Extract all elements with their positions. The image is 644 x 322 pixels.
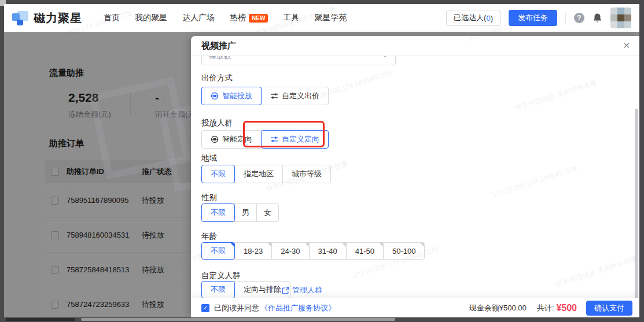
nav-item-academy[interactable]: 聚星学苑 bbox=[314, 13, 347, 23]
selected-talent-prefix: 已选达人( bbox=[454, 13, 486, 23]
option-label: 智能投放 bbox=[222, 91, 252, 101]
option-age-41-50[interactable]: 41-50 bbox=[346, 242, 384, 260]
selected-talent-suffix: ) bbox=[491, 14, 493, 23]
age-group: 不限 18-23 24-30 31-40 41-50 50-100 bbox=[201, 242, 425, 260]
main-nav: 首页 我的聚星 达人广场 热榜 NEW 工具 聚星学苑 bbox=[104, 4, 347, 32]
option-custom-targeting[interactable]: 自定义定向 bbox=[261, 130, 329, 149]
app-title: 磁力聚星 bbox=[34, 10, 82, 26]
logo-icon bbox=[12, 9, 29, 27]
option-region-specified[interactable]: 指定地区 bbox=[234, 165, 283, 183]
external-link-icon bbox=[282, 287, 289, 294]
confirm-pay-button[interactable]: 确认支付 bbox=[586, 301, 632, 316]
nav-divider bbox=[565, 13, 566, 23]
option-custom-bid[interactable]: 自定义出价 bbox=[261, 87, 329, 105]
modal-header: 视频推广 ✕ bbox=[191, 36, 639, 55]
custom-crowd-label: 自定义人群 bbox=[201, 271, 241, 281]
gender-group: 不限 男 女 bbox=[201, 203, 279, 222]
option-label: 31-40 bbox=[318, 247, 337, 256]
smart-icon bbox=[211, 135, 219, 143]
manage-crowd-link[interactable]: 管理人群 bbox=[282, 285, 322, 295]
option-gender-male[interactable]: 男 bbox=[234, 203, 257, 222]
smart-icon bbox=[211, 92, 219, 100]
avatar[interactable] bbox=[610, 8, 631, 28]
option-region-city-tier[interactable]: 城市等级 bbox=[282, 165, 331, 183]
option-gender-unlimited[interactable]: 不限 bbox=[201, 203, 235, 222]
region-label: 地域 bbox=[201, 153, 217, 164]
option-label: 41-50 bbox=[355, 247, 374, 256]
window-frame: 磁力聚星 首页 我的聚星 达人广场 热榜 NEW 工具 聚星学苑 已选达人(0)… bbox=[0, 0, 644, 322]
total-label: 共计: bbox=[537, 303, 554, 313]
balance-value: ¥500.00 bbox=[499, 304, 527, 312]
sliders-icon bbox=[270, 92, 278, 100]
publish-task-button[interactable]: 发布任务 bbox=[509, 10, 557, 26]
custom-crowd-group: 不限 定向与排除 bbox=[201, 281, 290, 298]
option-age-24-30[interactable]: 24-30 bbox=[271, 242, 309, 260]
total-value: ¥500 bbox=[556, 303, 577, 313]
option-label: 指定地区 bbox=[244, 169, 274, 179]
selected-talent-count: 0 bbox=[486, 14, 490, 23]
option-label: 自定义定向 bbox=[282, 134, 319, 145]
option-label: 城市等级 bbox=[292, 169, 322, 179]
option-smart-targeting[interactable]: 智能定向 bbox=[201, 130, 262, 149]
bid-mode-label: 出价方式 bbox=[201, 73, 233, 83]
option-label: 不限 bbox=[211, 284, 226, 295]
option-label: 不限 bbox=[211, 246, 226, 256]
region-group: 不限 指定地区 城市等级 bbox=[201, 165, 331, 183]
age-label: 年龄 bbox=[201, 231, 217, 242]
close-icon[interactable]: ✕ bbox=[623, 40, 630, 51]
option-age-18-23[interactable]: 18-23 bbox=[234, 242, 272, 260]
option-label: 男 bbox=[242, 208, 249, 218]
modal-title: 视频推广 bbox=[201, 40, 236, 51]
option-label: 定向与排除 bbox=[244, 284, 281, 295]
option-smart-delivery[interactable]: 智能投放 bbox=[201, 87, 262, 105]
option-label: 18-23 bbox=[244, 247, 263, 256]
option-label: 智能定向 bbox=[222, 134, 252, 145]
gender-label: 性别 bbox=[201, 193, 217, 203]
agreement-checkbox[interactable]: ✓ bbox=[201, 304, 209, 312]
option-age-unlimited[interactable]: 不限 bbox=[201, 242, 235, 260]
option-label: 不限 bbox=[211, 169, 226, 179]
nav-item-talent-plaza[interactable]: 达人广场 bbox=[182, 13, 215, 23]
app-logo[interactable]: 磁力聚星 bbox=[12, 9, 82, 27]
nav-item-hot-list[interactable]: 热榜 NEW bbox=[230, 13, 268, 23]
modal-footer: ✓ 已阅读并同意 《作品推广服务协议》 现金余额 ¥500.00 共计: ¥50… bbox=[191, 298, 639, 317]
chevron-down-icon bbox=[382, 56, 388, 58]
bid-mode-group: 智能投放 自定义出价 bbox=[201, 87, 329, 105]
metric-select-value: 播放数 bbox=[209, 56, 231, 61]
metric-select-clipped[interactable]: 播放数 bbox=[201, 56, 396, 65]
bell-icon[interactable] bbox=[593, 13, 602, 23]
horizontal-scrollbar-segment bbox=[6, 318, 75, 321]
option-crowd-unlimited[interactable]: 不限 bbox=[201, 281, 235, 298]
modal-scrollbar[interactable] bbox=[635, 109, 638, 316]
nav-item-my-juxing[interactable]: 我的聚星 bbox=[135, 13, 167, 23]
balance-label: 现金余额 bbox=[469, 303, 499, 313]
help-icon[interactable]: ? bbox=[574, 13, 584, 23]
option-gender-female[interactable]: 女 bbox=[256, 203, 279, 222]
manage-crowd-label: 管理人群 bbox=[292, 285, 322, 295]
browser-viewport: 磁力聚星 首页 我的聚星 达人广场 热榜 NEW 工具 聚星学苑 已选达人(0)… bbox=[4, 4, 639, 317]
audience-group: 智能定向 自定义定向 bbox=[201, 130, 329, 149]
nav-item-label: 热榜 bbox=[230, 13, 246, 23]
nav-item-home[interactable]: 首页 bbox=[104, 13, 120, 23]
option-label: 自定义出价 bbox=[282, 91, 319, 101]
option-label: 24-30 bbox=[281, 247, 300, 256]
option-age-31-40[interactable]: 31-40 bbox=[309, 242, 347, 260]
audience-label: 投放人群 bbox=[201, 118, 233, 128]
option-label: 50-100 bbox=[392, 247, 415, 256]
nav-item-tools[interactable]: 工具 bbox=[283, 13, 299, 23]
top-navbar: 磁力聚星 首页 我的聚星 达人广场 热榜 NEW 工具 聚星学苑 已选达人(0)… bbox=[4, 4, 639, 32]
agreement-link[interactable]: 《作品推广服务协议》 bbox=[260, 303, 336, 313]
option-label: 女 bbox=[264, 208, 271, 218]
new-badge: NEW bbox=[249, 14, 268, 23]
option-label: 不限 bbox=[211, 208, 226, 218]
option-region-unlimited[interactable]: 不限 bbox=[201, 165, 235, 183]
selected-talent-button[interactable]: 已选达人(0) bbox=[446, 10, 501, 26]
horizontal-scrollbar[interactable] bbox=[81, 318, 395, 321]
payment-summary: 现金余额 ¥500.00 共计: ¥500 确认支付 bbox=[469, 301, 632, 316]
sliders-icon bbox=[270, 135, 278, 143]
video-promotion-modal: 视频推广 ✕ 播放数 出价方式 智能投放 自定义出价 bbox=[191, 36, 639, 317]
navbar-right: 已选达人(0) 发布任务 ? bbox=[446, 4, 631, 32]
option-age-50-100[interactable]: 50-100 bbox=[383, 242, 425, 260]
agree-text: 已阅读并同意 bbox=[214, 303, 259, 313]
